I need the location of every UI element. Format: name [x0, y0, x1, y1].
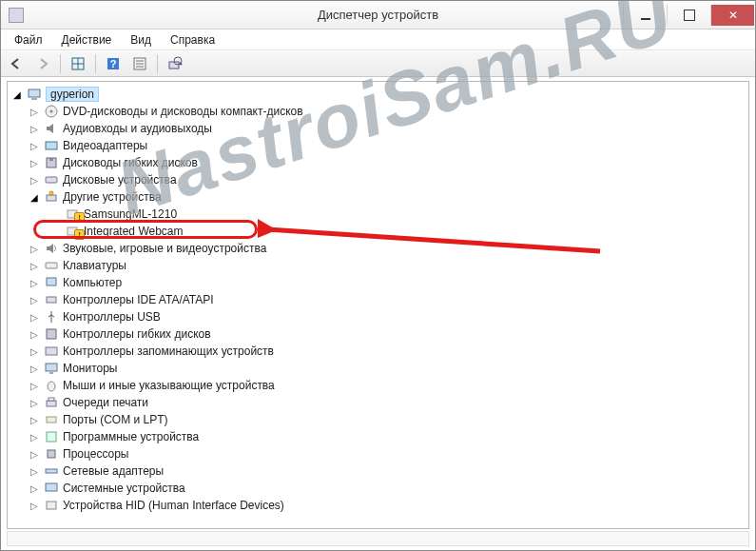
expand-icon[interactable]: ◢ [11, 89, 23, 100]
expand-icon[interactable]: ▷ [29, 329, 40, 340]
expand-icon[interactable]: ▷ [29, 483, 40, 494]
minimize-button[interactable] [623, 5, 667, 26]
expand-icon[interactable]: ◢ [29, 192, 40, 203]
expand-icon[interactable]: ▷ [29, 244, 40, 254]
expand-icon[interactable]: ▷ [29, 449, 40, 460]
tree-item-integrated-webcam[interactable]: Integrated Webcam [8, 223, 748, 240]
expand-icon[interactable]: ▷ [29, 295, 40, 305]
tree-label: SamsungML-1210 [84, 207, 177, 221]
expand-icon[interactable]: ▷ [29, 501, 40, 511]
expand-icon[interactable]: ▷ [29, 415, 40, 425]
tree-item-system[interactable]: ▷ Системные устройства [8, 480, 748, 497]
system-icon [44, 481, 59, 496]
show-hidden-button[interactable] [67, 53, 89, 74]
tree-item-processors[interactable]: ▷ Процессоры [8, 445, 748, 462]
tree-label: Программные устройства [63, 430, 199, 443]
svg-rect-33 [48, 398, 54, 401]
expand-icon[interactable]: ▷ [29, 278, 40, 288]
tree-item-floppy-ctrl[interactable]: ▷ Контроллеры гибких дисков [8, 325, 748, 343]
tree-label: DVD-дисководы и дисководы компакт-дисков [63, 105, 303, 118]
tree-item-usb[interactable]: ▷ Контроллеры USB [8, 308, 748, 325]
menu-bar: Файл Действие Вид Справка [1, 30, 755, 50]
tree-item-monitors[interactable]: ▷ Мониторы [8, 360, 748, 377]
tree-label: Клавиатуры [63, 259, 126, 272]
expand-icon[interactable]: ▷ [29, 141, 40, 151]
tree-label: Звуковые, игровые и видеоустройства [63, 242, 266, 255]
tree-item-sound[interactable]: ▷ Звуковые, игровые и видеоустройства [8, 240, 748, 257]
tree-item-computer[interactable]: ▷ Компьютер [8, 274, 748, 291]
menu-view[interactable]: Вид [121, 31, 161, 49]
svg-rect-29 [46, 364, 57, 371]
disk-icon [44, 172, 59, 187]
expand-icon[interactable]: ▷ [29, 312, 40, 323]
tree-label: Мониторы [63, 362, 117, 375]
expand-icon[interactable]: ▷ [29, 124, 40, 134]
window-buttons [623, 5, 755, 26]
tree-item-audio[interactable]: ▷ Аудиовходы и аудиовыходы [8, 120, 748, 137]
cpu-icon [44, 446, 59, 462]
expand-icon[interactable]: ▷ [29, 398, 40, 408]
tree-root[interactable]: ◢ gyperion [8, 86, 748, 103]
menu-help[interactable]: Справка [161, 31, 224, 49]
scan-button[interactable] [164, 53, 186, 74]
back-button[interactable] [5, 53, 28, 74]
tree-item-print-queues[interactable]: ▷ Очереди печати [8, 394, 748, 411]
tree-label: Контроллеры USB [63, 310, 161, 324]
tree-item-mice[interactable]: ▷ Мыши и иные указывающие устройства [8, 377, 748, 394]
unknown-device-icon [65, 207, 80, 222]
tree-label: Дисководы гибких дисков [63, 156, 198, 169]
forward-button[interactable] [31, 53, 54, 74]
status-bar [7, 531, 749, 546]
expand-icon[interactable]: ▷ [29, 346, 40, 357]
svg-line-11 [180, 63, 182, 65]
tree-item-other[interactable]: ◢ Другие устройства [8, 188, 748, 206]
keyboard-icon [44, 258, 59, 273]
tree-item-software-dev[interactable]: ▷ Программные устройства [8, 428, 748, 445]
tree-item-ports[interactable]: ▷ Порты (COM и LPT) [8, 411, 748, 428]
tree-root-label: gyperion [46, 87, 99, 102]
video-icon [44, 138, 59, 153]
expand-icon[interactable]: ▷ [29, 364, 40, 374]
software-icon [44, 429, 59, 444]
hid-icon [44, 498, 59, 513]
menu-action[interactable]: Действие [52, 31, 122, 49]
tree-item-video[interactable]: ▷ Видеоадаптеры [8, 137, 748, 154]
properties-icon [132, 56, 147, 71]
expand-icon[interactable]: ▷ [29, 261, 40, 271]
tree-label: Дисковые устройства [63, 173, 177, 187]
device-tree[interactable]: ◢ gyperion ▷ DVD-дисководы и дисководы к… [7, 81, 749, 529]
expand-icon[interactable]: ▷ [29, 432, 40, 443]
properties-button[interactable] [128, 53, 151, 74]
tree-item-disk-drives[interactable]: ▷ Дисковые устройства [8, 171, 748, 188]
tree-label: Процессоры [63, 447, 129, 461]
tree-item-dvd[interactable]: ▷ DVD-дисководы и дисководы компакт-диск… [8, 103, 748, 120]
help-button[interactable]: ? [102, 53, 125, 74]
close-button[interactable] [710, 5, 754, 26]
tree-item-storage-ctrl[interactable]: ▷ Контроллеры запоминающих устройств [8, 343, 748, 360]
unknown-device-icon [65, 224, 80, 239]
svg-rect-24 [46, 263, 57, 268]
menu-file[interactable]: Файл [5, 31, 52, 49]
svg-rect-27 [47, 329, 56, 339]
tree-label: Контроллеры гибких дисков [63, 327, 211, 341]
tree-item-hid[interactable]: ▷ Устройства HID (Human Interface Device… [8, 497, 748, 514]
tree-label: Порты (COM и LPT) [63, 413, 168, 426]
svg-rect-23 [68, 227, 77, 235]
svg-rect-30 [49, 372, 53, 374]
expand-icon[interactable]: ▷ [29, 175, 40, 186]
expand-icon[interactable]: ▷ [29, 107, 40, 117]
svg-rect-25 [47, 278, 56, 285]
expand-icon[interactable]: ▷ [29, 381, 40, 391]
tree-item-samsung-ml1210[interactable]: SamsungML-1210 [8, 206, 748, 223]
maximize-button[interactable] [667, 5, 710, 26]
expand-icon[interactable]: ▷ [29, 466, 40, 477]
tree-item-keyboards[interactable]: ▷ Клавиатуры [8, 257, 748, 274]
tree-item-network[interactable]: ▷ Сетевые адаптеры [8, 462, 748, 480]
tree-item-floppy-drives[interactable]: ▷ Дисководы гибких дисков [8, 154, 748, 171]
svg-text:?: ? [110, 58, 117, 69]
tree-item-ide[interactable]: ▷ Контроллеры IDE ATA/ATAPI [8, 291, 748, 308]
tree-label: Компьютер [63, 276, 122, 289]
expand-icon[interactable]: ▷ [29, 158, 40, 168]
scan-icon [167, 56, 183, 71]
svg-rect-35 [47, 432, 56, 442]
